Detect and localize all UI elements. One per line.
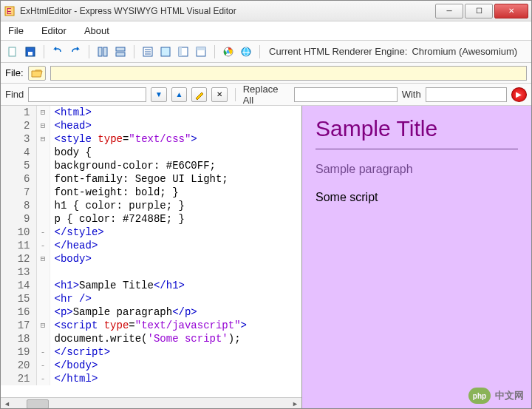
- ie-icon[interactable]: [239, 44, 253, 59]
- layout4-icon[interactable]: [194, 44, 208, 59]
- fold-toggle[interactable]: [36, 332, 50, 345]
- fold-toggle[interactable]: -: [36, 239, 50, 252]
- new-file-icon[interactable]: [5, 44, 20, 59]
- replace-input[interactable]: [294, 87, 398, 102]
- fold-toggle[interactable]: [36, 172, 50, 186]
- code-line[interactable]: 10-</style>: [1, 226, 301, 239]
- code-content[interactable]: <html>: [50, 106, 301, 119]
- fold-toggle[interactable]: -: [36, 226, 50, 239]
- fold-toggle[interactable]: ⊟: [36, 252, 50, 266]
- redo-icon[interactable]: [68, 44, 83, 59]
- code-line[interactable]: 21-</html>: [1, 372, 301, 385]
- code-content[interactable]: </style>: [50, 226, 301, 239]
- save-icon[interactable]: [23, 44, 38, 59]
- code-content[interactable]: <p>Sample paragraph</p>: [50, 305, 301, 319]
- code-line[interactable]: 3⊟<style type="text/css">: [1, 132, 301, 146]
- code-line[interactable]: 18document.write('Some script');: [1, 332, 301, 345]
- fold-toggle[interactable]: ⊟: [36, 319, 50, 332]
- code-editor-pane: 1⊟<html>2⊟<head>3⊟<style type="text/css"…: [1, 106, 302, 409]
- horizontal-scrollbar[interactable]: ◄ ►: [1, 397, 301, 409]
- code-content[interactable]: <h1>Sample Title</h1>: [50, 279, 301, 292]
- code-content[interactable]: background-color: #E6C0FF;: [50, 159, 301, 172]
- layout1-icon[interactable]: [140, 44, 155, 59]
- fold-toggle[interactable]: [36, 292, 50, 305]
- code-content[interactable]: </head>: [50, 239, 301, 252]
- fold-toggle[interactable]: -: [36, 359, 50, 372]
- code-content[interactable]: document.write('Some script');: [50, 332, 301, 345]
- split-vertical-icon[interactable]: [95, 44, 110, 59]
- maximize-button[interactable]: ☐: [465, 4, 493, 18]
- code-content[interactable]: font-weight: bold; }: [50, 186, 301, 199]
- code-line[interactable]: 11-</head>: [1, 239, 301, 252]
- scroll-right-icon[interactable]: ►: [289, 398, 301, 410]
- code-content[interactable]: </html>: [50, 372, 301, 385]
- code-line[interactable]: 16<p>Sample paragraph</p>: [1, 305, 301, 319]
- fold-toggle[interactable]: [36, 305, 50, 319]
- replace-go-button[interactable]: ▶: [511, 87, 527, 102]
- code-line[interactable]: 9p { color: #72488E; }: [1, 212, 301, 226]
- code-line[interactable]: 20-</body>: [1, 359, 301, 372]
- find-input[interactable]: [28, 87, 146, 102]
- fold-toggle[interactable]: -: [36, 345, 50, 359]
- fold-toggle[interactable]: [36, 159, 50, 172]
- line-number: 3: [1, 132, 36, 146]
- line-number: 14: [1, 279, 36, 292]
- code-line[interactable]: 1⊟<html>: [1, 106, 301, 119]
- code-line[interactable]: 19-</script>: [1, 345, 301, 359]
- scrollbar-thumb[interactable]: [27, 399, 49, 409]
- fold-toggle[interactable]: [36, 212, 50, 226]
- code-content[interactable]: [50, 266, 301, 279]
- find-next-button[interactable]: ▼: [151, 87, 166, 102]
- split-horizontal-icon[interactable]: [113, 44, 128, 59]
- menu-file[interactable]: File: [8, 25, 24, 36]
- fold-toggle[interactable]: ⊟: [36, 119, 50, 132]
- code-line[interactable]: 7font-weight: bold; }: [1, 186, 301, 199]
- close-button[interactable]: ✕: [494, 4, 528, 18]
- minimize-button[interactable]: ─: [435, 4, 463, 18]
- code-content[interactable]: </body>: [50, 359, 301, 372]
- open-file-button[interactable]: [28, 66, 46, 81]
- fold-toggle[interactable]: [36, 199, 50, 212]
- code-content[interactable]: font-family: Segoe UI Light;: [50, 172, 301, 186]
- fold-toggle[interactable]: ⊟: [36, 132, 50, 146]
- code-line[interactable]: 5background-color: #E6C0FF;: [1, 159, 301, 172]
- layout2-icon[interactable]: [158, 44, 173, 59]
- code-content[interactable]: <style type="text/css">: [50, 132, 301, 146]
- clear-button[interactable]: ✕: [211, 87, 227, 102]
- code-line[interactable]: 2⊟<head>: [1, 119, 301, 132]
- with-input[interactable]: [426, 87, 507, 102]
- code-content[interactable]: <head>: [50, 119, 301, 132]
- file-path-input[interactable]: [50, 66, 527, 81]
- code-content[interactable]: p { color: #72488E; }: [50, 212, 301, 226]
- code-line[interactable]: 4body {: [1, 146, 301, 159]
- highlight-button[interactable]: [191, 87, 207, 102]
- code-line[interactable]: 6font-family: Segoe UI Light;: [1, 172, 301, 186]
- code-line[interactable]: 8h1 { color: purple; }: [1, 199, 301, 212]
- code-content[interactable]: body {: [50, 146, 301, 159]
- fold-toggle[interactable]: [36, 186, 50, 199]
- code-line[interactable]: 13: [1, 266, 301, 279]
- chrome-icon[interactable]: [221, 44, 236, 59]
- code-line[interactable]: 15<hr />: [1, 292, 301, 305]
- code-content[interactable]: <body>: [50, 252, 301, 266]
- code-content[interactable]: <script type="text/javascript">: [50, 319, 301, 332]
- fold-toggle[interactable]: ⊟: [36, 106, 50, 119]
- code-content[interactable]: <hr />: [50, 292, 301, 305]
- fold-toggle[interactable]: [36, 279, 50, 292]
- code-line[interactable]: 17⊟<script type="text/javascript">: [1, 319, 301, 332]
- undo-icon[interactable]: [50, 44, 65, 59]
- menu-editor[interactable]: Editor: [41, 25, 66, 36]
- fold-toggle[interactable]: [36, 266, 50, 279]
- window-controls: ─ ☐ ✕: [434, 4, 528, 18]
- code-line[interactable]: 14<h1>Sample Title</h1>: [1, 279, 301, 292]
- fold-toggle[interactable]: [36, 146, 50, 159]
- code-content[interactable]: h1 { color: purple; }: [50, 199, 301, 212]
- code-editor[interactable]: 1⊟<html>2⊟<head>3⊟<style type="text/css"…: [1, 106, 301, 397]
- menu-about[interactable]: About: [84, 25, 109, 36]
- code-content[interactable]: </script>: [50, 345, 301, 359]
- scroll-left-icon[interactable]: ◄: [1, 398, 13, 410]
- code-line[interactable]: 12⊟<body>: [1, 252, 301, 266]
- fold-toggle[interactable]: -: [36, 372, 50, 385]
- find-prev-button[interactable]: ▲: [171, 87, 187, 102]
- layout3-icon[interactable]: [176, 44, 191, 59]
